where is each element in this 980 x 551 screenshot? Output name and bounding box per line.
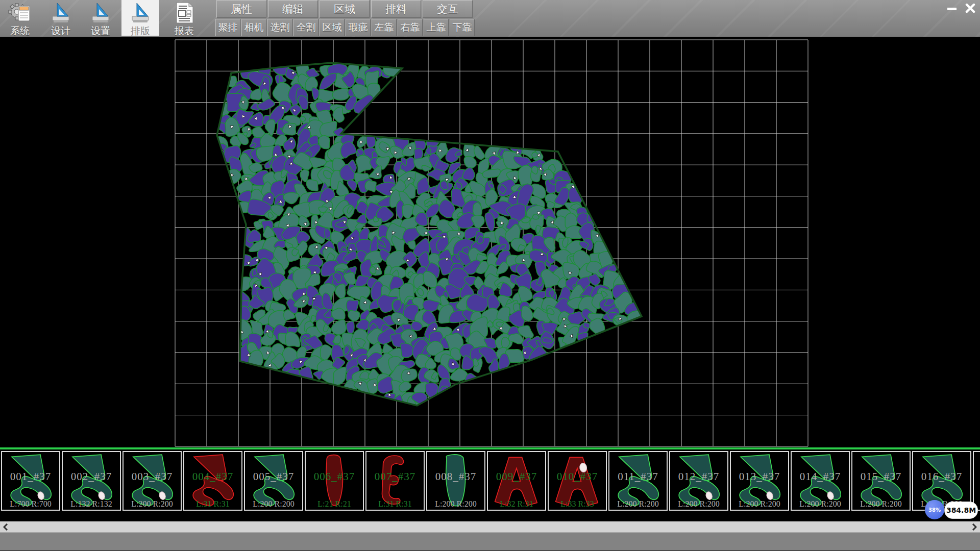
piece-lr-count: L:21 R:21 bbox=[306, 499, 363, 509]
action-button-2[interactable]: 相机 bbox=[241, 19, 266, 36]
piece-lr-count: L:200 R:200 bbox=[792, 499, 849, 509]
action-button-9[interactable]: 上靠 bbox=[424, 19, 449, 36]
action-button-1[interactable]: 聚排 bbox=[215, 19, 240, 36]
window-controls bbox=[944, 2, 978, 15]
action-button-7[interactable]: 左靠 bbox=[372, 19, 397, 36]
nested-pieces bbox=[212, 58, 646, 410]
memory-status-badge: 384.8M 38% bbox=[925, 500, 978, 520]
piece-thumbnail-009_#37[interactable]: 009_#37L:32 R:31 bbox=[487, 451, 546, 511]
system-gear-icon bbox=[8, 2, 32, 24]
app-tab-5[interactable]: 报表 bbox=[165, 0, 203, 36]
piece-id-label: 017_#37 bbox=[974, 470, 980, 483]
piece-lr-count: L:700 R:700 bbox=[2, 499, 59, 509]
piece-id-label: 005_#37 bbox=[245, 470, 302, 483]
piece-id-label: 006_#37 bbox=[306, 470, 363, 483]
memory-value: 384.8M bbox=[944, 502, 978, 519]
piece-thumbnail-001_#37[interactable]: 001_#37L:700 R:700 bbox=[1, 451, 60, 511]
piece-thumbnail-008_#37[interactable]: 008_#37L:200 R:200 bbox=[426, 451, 485, 511]
piece-id-label: 011_#37 bbox=[609, 470, 667, 483]
piece-id-label: 003_#37 bbox=[124, 470, 181, 483]
piece-thumbnail-010_#37[interactable]: 010_#37L:33 R:33 bbox=[548, 451, 607, 511]
scroll-left-button[interactable] bbox=[1, 521, 10, 532]
piece-thumbnail-012_#37[interactable]: 012_#37L:200 R:200 bbox=[669, 451, 728, 511]
nesting-ruler-icon bbox=[129, 2, 152, 24]
piece-lr-count: L:132 R:132 bbox=[63, 499, 120, 509]
report-doc-icon bbox=[173, 2, 196, 24]
menu-item-2[interactable]: 编辑 bbox=[268, 0, 318, 18]
piece-thumbnail-list: 001_#37L:700 R:700002_#37L:132 R:132003_… bbox=[1, 451, 980, 511]
action-bar: 聚排相机选割全割区域瑕疵左靠右靠上靠下靠 bbox=[215, 19, 475, 36]
app-tab-1[interactable]: 系统 bbox=[1, 0, 39, 36]
app-tab-3[interactable]: 设置 bbox=[82, 0, 119, 36]
piece-lr-count: L:200 R:200 bbox=[670, 499, 727, 509]
settings-ruler-icon bbox=[89, 2, 112, 24]
piece-id-label: 002_#37 bbox=[63, 470, 120, 483]
piece-lr-count: L:200 R:200 bbox=[852, 499, 910, 509]
piece-lr-count: L:200 R:200 bbox=[427, 499, 484, 509]
piece-lr-count: L:200 R:200 bbox=[124, 499, 181, 509]
horizontal-scrollbar[interactable] bbox=[0, 521, 980, 532]
strip-separator bbox=[0, 447, 980, 449]
minimize-icon bbox=[947, 4, 957, 13]
piece-lr-count: L:200 R:200 bbox=[245, 499, 302, 509]
action-button-8[interactable]: 右靠 bbox=[398, 19, 423, 36]
piece-lr-count: L:33 R:33 bbox=[549, 499, 606, 509]
status-bar bbox=[0, 532, 980, 551]
piece-thumbnail-015_#37[interactable]: 015_#37L:200 R:200 bbox=[851, 451, 911, 511]
piece-id-label: 012_#37 bbox=[670, 470, 727, 483]
app-tab-label: 排版 bbox=[131, 24, 150, 38]
piece-id-label: 004_#37 bbox=[184, 470, 241, 483]
close-icon bbox=[965, 4, 975, 13]
action-button-10[interactable]: 下靠 bbox=[450, 19, 475, 36]
piece-thumbnail-005_#37[interactable]: 005_#37L:200 R:200 bbox=[244, 451, 303, 511]
piece-thumbnail-013_#37[interactable]: 013_#37L:200 R:200 bbox=[730, 451, 789, 511]
piece-id-label: 008_#37 bbox=[427, 470, 484, 483]
piece-thumbnail-strip: 001_#37L:700 R:700002_#37L:132 R:132003_… bbox=[0, 447, 980, 512]
close-button[interactable] bbox=[963, 2, 978, 15]
piece-thumbnail-007_#37[interactable]: 007_#37L:31 R:31 bbox=[365, 451, 425, 511]
piece-id-label: 015_#37 bbox=[852, 470, 910, 483]
chevron-left-icon bbox=[3, 523, 8, 531]
action-button-4[interactable]: 全割 bbox=[293, 19, 318, 36]
piece-id-label: 009_#37 bbox=[488, 470, 545, 483]
minimize-button[interactable] bbox=[944, 2, 960, 15]
toolbar: 系统设计设置排版报表 属性编辑区域排料交互 聚排相机选割全割区域瑕疵左靠右靠上靠… bbox=[0, 0, 980, 37]
menu-bar: 属性编辑区域排料交互 bbox=[216, 0, 473, 18]
piece-id-label: 013_#37 bbox=[731, 470, 788, 483]
menu-item-4[interactable]: 排料 bbox=[371, 0, 421, 18]
piece-id-label: 001_#37 bbox=[2, 470, 59, 483]
piece-lr-count: L:200 R:200 bbox=[609, 499, 667, 509]
piece-thumbnail-014_#37[interactable]: 014_#37L:200 R:200 bbox=[791, 451, 850, 511]
piece-lr-count: L:32 R:31 bbox=[488, 499, 545, 509]
piece-id-label: 007_#37 bbox=[366, 470, 424, 483]
app-tab-label: 系统 bbox=[10, 24, 30, 38]
menu-item-3[interactable]: 区域 bbox=[320, 0, 370, 18]
action-button-5[interactable]: 区域 bbox=[320, 19, 345, 36]
scroll-right-button[interactable] bbox=[970, 521, 979, 532]
piece-thumbnail-006_#37[interactable]: 006_#37L:21 R:21 bbox=[305, 451, 364, 511]
piece-lr-count: L:200 R:200 bbox=[731, 499, 788, 509]
progress-percent-badge: 38% bbox=[925, 500, 944, 519]
app-tab-label: 设置 bbox=[91, 24, 110, 38]
piece-thumbnail-011_#37[interactable]: 011_#37L:200 R:200 bbox=[608, 451, 668, 511]
app-tab-2[interactable]: 设计 bbox=[42, 0, 80, 36]
piece-thumbnail-004_#37[interactable]: 004_#37L:31 R:31 bbox=[183, 451, 242, 511]
chevron-right-icon bbox=[972, 523, 977, 531]
menu-item-1[interactable]: 属性 bbox=[216, 0, 266, 18]
menu-item-5[interactable]: 交互 bbox=[423, 0, 473, 18]
piece-id-label: 016_#37 bbox=[913, 470, 970, 483]
app-tab-4[interactable]: 排版 bbox=[121, 0, 159, 36]
application-window: 系统设计设置排版报表 属性编辑区域排料交互 聚排相机选割全割区域瑕疵左靠右靠上靠… bbox=[0, 0, 980, 551]
piece-thumbnail-002_#37[interactable]: 002_#37L:132 R:132 bbox=[62, 451, 121, 511]
piece-id-label: 010_#37 bbox=[549, 470, 606, 483]
piece-lr-count: L:31 R:31 bbox=[366, 499, 424, 509]
app-tab-label: 报表 bbox=[175, 24, 194, 38]
piece-lr-count: L:31 R:31 bbox=[184, 499, 241, 509]
piece-thumbnail-003_#37[interactable]: 003_#37L:200 R:200 bbox=[122, 451, 182, 511]
app-tab-label: 设计 bbox=[51, 24, 70, 38]
piece-id-label: 014_#37 bbox=[792, 470, 849, 483]
action-button-6[interactable]: 瑕疵 bbox=[346, 19, 371, 36]
action-button-3[interactable]: 选割 bbox=[267, 19, 292, 36]
design-ruler-icon bbox=[49, 2, 72, 24]
